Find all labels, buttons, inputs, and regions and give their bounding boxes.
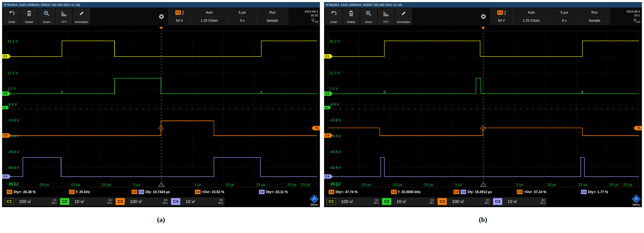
channel-badge-c3: C3: [329, 190, 334, 194]
settings-gear-icon[interactable]: [158, 13, 165, 20]
waveform-display[interactable]: 31.2 V11.2 V1.2 V-8.8 V-18.8 V-28.8 V-38…: [324, 25, 642, 188]
undo-button[interactable]: Undo: [326, 8, 342, 25]
pencil-icon: [78, 10, 85, 17]
acquisition-mode-cell[interactable]: Sample: [257, 17, 288, 25]
time-label: -15 µs: [392, 183, 402, 187]
undo-button[interactable]: Undo: [4, 8, 20, 25]
measurement-text: Dty+: 26.38 %: [14, 190, 36, 194]
trigger-mode-cell[interactable]: Auto: [513, 8, 550, 16]
device-titlebar: RTB2004; 1333.1005K04; 205047 (02.400 20…: [324, 2, 642, 7]
menu-button[interactable]: Menu: [632, 195, 640, 207]
channel-badge-c3: C3: [454, 190, 459, 194]
toolbar: Undo Delete: [324, 7, 642, 25]
undo-label: Undo: [8, 20, 15, 24]
channel-badge-c3: C3: [517, 190, 522, 194]
voltage-label: -38.8 V: [7, 150, 19, 154]
zoom-button[interactable]: Zoom: [360, 8, 377, 25]
time-label: 10 µs: [225, 183, 234, 187]
channel-settings-c4[interactable]: C410 v/DC20:1: [492, 197, 547, 206]
channel-badge-c4: C4: [581, 190, 586, 194]
timebase-cell[interactable]: 5 µs/: [228, 8, 257, 16]
measurement-text: Dly: 19.2912 µs: [468, 190, 492, 194]
channel-scale-value: 10 v/: [508, 199, 517, 204]
time-label: -10 µs: [423, 183, 433, 187]
annotation-button[interactable]: Annotation: [73, 8, 90, 25]
menu-button[interactable]: Menu: [310, 195, 318, 207]
trigger-source-cell[interactable]: C3 ∫: [168, 8, 190, 16]
device-id-text: RTB2004; 1333.1005K04; 205047 (02.400 20…: [326, 3, 402, 6]
trigger-source-badge: C3: [175, 10, 181, 15]
zoom-button[interactable]: Zoom: [38, 8, 55, 25]
measurement-item[interactable]: C3+Ovr: 23.52 %: [195, 190, 224, 194]
run-state-cell[interactable]: Run: [579, 8, 610, 16]
measurement-item[interactable]: C3f: 25 kHz: [69, 190, 90, 194]
time-label: -25 µs: [330, 183, 340, 187]
annotation-button[interactable]: Annotation: [395, 8, 412, 25]
horizontal-position-cell[interactable]: 0 s: [228, 17, 257, 25]
probe-ratio: 50:1: [163, 202, 168, 204]
channel-settings-c2[interactable]: C210 v/DC20:1: [58, 197, 114, 206]
fft-button[interactable]: FFT: [378, 8, 394, 25]
measurement-item[interactable]: C3C4Dly: 10.7424 µs: [132, 190, 170, 194]
trigger-source-cell[interactable]: C3 ∫: [490, 8, 512, 16]
channel-settings-bar: C1100 v/DC50:1C210 v/DC20:1C3100 v/DC50:…: [2, 196, 320, 207]
channel-settings-c1[interactable]: C1100 v/DC50:1: [3, 197, 58, 206]
measurement-item[interactable]: C4Dty+: 23.11 %: [259, 190, 288, 194]
measurement-item[interactable]: C3C4Dly: 19.2912 µs: [454, 190, 492, 194]
voltage-label: -18.8 V: [7, 118, 19, 122]
waveform-display[interactable]: 31.2 V11.2 V1.2 V-8.8 V-18.8 V-28.8 V-38…: [2, 25, 320, 188]
channel-coupling-info: DC20:1: [429, 199, 434, 204]
time-label: -20 µs: [361, 183, 371, 187]
trigger-level-cell[interactable]: 54 V: [490, 17, 512, 25]
channel-badge-c4: C4: [171, 198, 180, 205]
measurement-text: f: 25.0005 kHz: [398, 190, 420, 194]
channel-settings-c3[interactable]: C3100 v/DC50:1: [114, 197, 169, 206]
probe-ratio: 50:1: [485, 202, 490, 204]
sample-rate-cell[interactable]: 1.25 GSa/s: [191, 17, 228, 25]
trigger-position-marker[interactable]: [481, 27, 485, 29]
channel-settings-c2[interactable]: C210 v/DC20:1: [380, 197, 436, 206]
trash-icon: [26, 10, 33, 17]
trigger-slope-icon: ∫: [182, 10, 184, 15]
measurement-item[interactable]: C3f: 25.0005 kHz: [391, 190, 420, 194]
settings-gear-icon[interactable]: [480, 13, 487, 20]
acquisition-mode-cell[interactable]: Sample: [579, 17, 610, 25]
graticule-svg: 31.2 V11.2 V1.2 V-8.8 V-18.8 V-28.8 V-38…: [328, 31, 639, 187]
measurement-item[interactable]: C3Dty+: 26.38 %: [7, 190, 36, 194]
timebase-cell[interactable]: 5 µs/: [550, 8, 579, 16]
delete-button[interactable]: Delete: [343, 8, 360, 25]
fft-button[interactable]: FFT: [56, 8, 72, 25]
sample-rate-cell[interactable]: 1.25 GSa/s: [513, 17, 550, 25]
trigger-position-marker[interactable]: [159, 27, 163, 29]
trigger-mode-cell[interactable]: Auto: [191, 8, 228, 16]
probe-ratio: 50:1: [52, 202, 57, 204]
channel-settings-c3[interactable]: C3100 v/DC50:1: [436, 197, 491, 206]
device-titlebar: RTB2004; 1333.1005K04; 205047 (02.400 20…: [2, 2, 320, 7]
time-label: -15 µs: [70, 183, 80, 187]
run-state-cell[interactable]: Run: [257, 8, 288, 16]
channel-scale-value: 10 v/: [396, 199, 406, 204]
time-label: -5 µs: [132, 183, 140, 187]
channel-settings-c4[interactable]: C410 v/DC20:1: [170, 197, 225, 206]
channel-coupling-info: DC50:1: [163, 199, 168, 204]
oscilloscope-screen: RTB2004; 1333.1005K04; 205047 (02.400 20…: [324, 2, 642, 207]
voltage-label: -38.8 V: [329, 150, 341, 154]
trigger-slope-icon: ∫: [504, 10, 506, 15]
measurement-item[interactable]: C3+Ovr: 37.24 %: [517, 190, 546, 194]
annotation-label: Annotation: [397, 20, 410, 24]
time-label: -10 µs: [101, 183, 111, 187]
time-label: 5 µs: [516, 183, 523, 187]
delete-button[interactable]: Delete: [21, 8, 38, 25]
menu-label: Menu: [632, 203, 640, 207]
undo-label: Undo: [330, 20, 337, 24]
time-reference-marker: [480, 183, 486, 187]
measurement-item[interactable]: C3Dty+: 47.74 %: [329, 190, 358, 194]
time-label: 15 µs: [578, 183, 587, 187]
annotation-label: Annotation: [75, 20, 88, 24]
trigger-level-cell[interactable]: 54 V: [168, 17, 190, 25]
channel-settings-c1[interactable]: C1100 v/DC50:1: [325, 197, 380, 206]
measurement-text: +Ovr: 37.24 %: [524, 190, 546, 194]
horizontal-position-cell[interactable]: 0 s: [550, 17, 579, 25]
graticule-area: 31.2 V11.2 V1.2 V-8.8 V-18.8 V-28.8 V-38…: [328, 31, 639, 187]
measurement-item[interactable]: C4Dty+: 1.77 %: [581, 190, 608, 194]
